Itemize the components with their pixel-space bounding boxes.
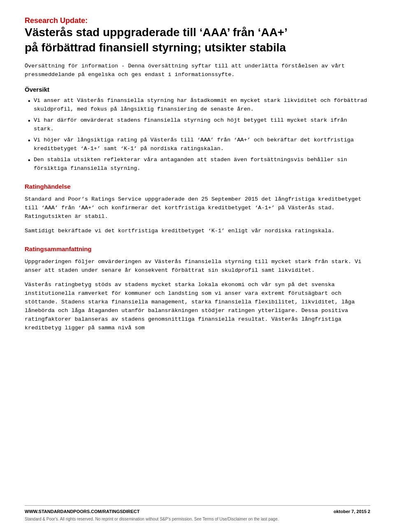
ratingsammanfattning-heading: Ratingsammanfattning — [25, 245, 370, 254]
oversikt-heading: Översikt — [25, 85, 370, 95]
bullet-item: Vi höjer vår långsiktiga rating på Väste… — [25, 136, 370, 153]
ratingsammanfattning-para1: Uppgraderingen följer omvärderingen av V… — [25, 258, 370, 275]
main-title-line1: Västerås stad uppgraderade till ‘AAA’ fr… — [25, 25, 370, 39]
ratinghandelse-heading: Ratinghändelse — [25, 182, 370, 192]
ratinghandelse-para1: Standard and Poor’s Ratings Service uppg… — [25, 195, 370, 221]
bullet-item: Vi har därför omvärderat stadens finansi… — [25, 116, 370, 134]
title-section: Research Update: Västerås stad uppgrader… — [25, 16, 370, 55]
ratinghandelse-para2: Samtidigt bekräftade vi det kortfristiga… — [25, 227, 370, 236]
main-title-line2: på förbättrad finansiell styrning; utsik… — [25, 41, 370, 55]
oversikt-bullets: Vi anser att Västerås finansiella styrni… — [25, 97, 370, 173]
bullet-item: Den stabila utsikten reflekterar våra an… — [25, 156, 370, 173]
translation-note: Översättning för information - Denna öve… — [25, 62, 370, 79]
bullet-item: Vi anser att Västerås finansiella styrni… — [25, 97, 370, 114]
page-footer: WWW.STANDARDANDPOORS.COM/RATINGSDIRECT o… — [25, 505, 370, 523]
footer-date: oktober 7, 2015 2 — [334, 508, 370, 515]
footer-website: WWW.STANDARDANDPOORS.COM/RATINGSDIRECT — [25, 508, 139, 515]
research-update-label: Research Update: — [25, 16, 370, 25]
ratingsammanfattning-para2: Västerås ratingbetyg stöds av stadens my… — [25, 281, 370, 333]
footer-legal: Standard & Poor's. All rights reserved. … — [25, 516, 370, 522]
